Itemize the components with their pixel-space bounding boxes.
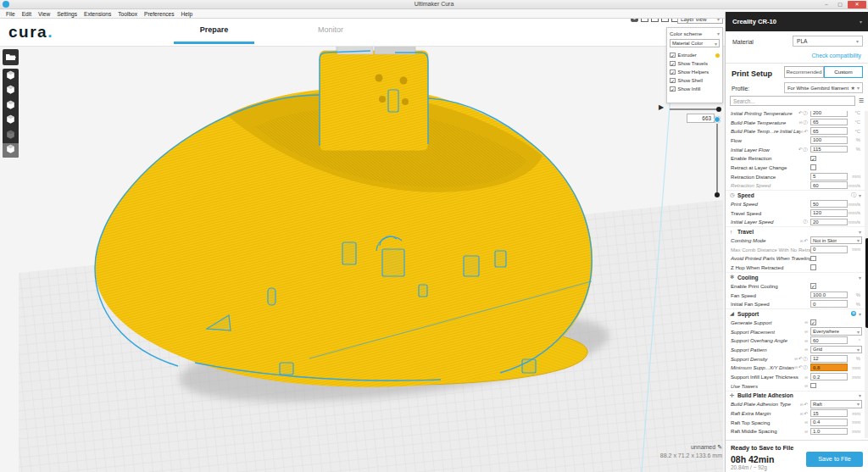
link-icon revert-icon[interactable]: ∞↶ <box>800 402 809 407</box>
menu-view[interactable]: View <box>35 11 53 17</box>
chevron-down-icon[interactable]: ▾ <box>859 275 861 280</box>
category-travel[interactable]: ↑Travel▾ <box>726 226 865 236</box>
value-input[interactable]: 50 <box>810 200 848 208</box>
link-icon revert-icon info-icon[interactable]: ∞↶ⓘ <box>794 364 809 370</box>
support-settings-gear-icon[interactable]: ⚙ <box>851 311 856 316</box>
viewport-3d[interactable] <box>0 0 725 472</box>
edit-pencil-icon[interactable]: ✎ <box>717 444 722 450</box>
value-input[interactable]: 65 <box>810 127 848 135</box>
setting-checkbox[interactable] <box>810 156 816 162</box>
value-input[interactable]: 12 <box>810 355 848 363</box>
layer-slider-bottom-handle[interactable] <box>715 192 720 197</box>
value-select[interactable]: Everywhere▾ <box>810 327 862 336</box>
layer-slider-handle[interactable] <box>714 116 721 123</box>
chevron-down-icon[interactable]: ▾ <box>859 192 861 198</box>
value-input[interactable]: 60 <box>810 181 848 189</box>
value-input[interactable]: 0 <box>810 246 848 253</box>
link-icon revert-icon[interactable]: ∞↶ <box>800 238 809 243</box>
close-button[interactable]: ✕ <box>848 1 866 8</box>
info-icon[interactable]: ⓘ <box>851 192 856 199</box>
link-icon[interactable]: ∞ <box>804 429 809 434</box>
value-input[interactable]: 60 <box>810 336 848 344</box>
link-icon revert-icon[interactable]: ∞↶ <box>800 129 809 134</box>
rotate-tool-button[interactable] <box>3 98 19 114</box>
checkbox[interactable] <box>670 78 676 84</box>
category-support[interactable]: ◢Support⚙▾ <box>726 308 865 318</box>
maximize-button[interactable]: ▢ <box>834 1 846 8</box>
link-icon revert-icon info-icon[interactable]: ∞↶ⓘ <box>794 356 809 362</box>
value-input[interactable]: 0.8 <box>810 364 848 371</box>
revert-icon info-icon[interactable]: ↶ⓘ <box>798 147 809 153</box>
link-icon info-icon[interactable]: ∞ⓘ <box>799 119 809 125</box>
mirror-tool-button[interactable] <box>3 114 19 129</box>
recommended-mode-button[interactable]: Recommended <box>784 66 824 78</box>
checkbox[interactable] <box>670 61 676 67</box>
value-input[interactable]: 15 <box>810 409 848 417</box>
value-input[interactable]: 65 <box>810 119 848 126</box>
value-input[interactable]: 120 <box>810 209 848 217</box>
chevron-down-icon[interactable]: ▾ <box>859 392 861 398</box>
search-input[interactable]: Search... <box>730 96 855 106</box>
setting-checkbox[interactable] <box>810 383 816 389</box>
check-compatibility-link[interactable]: Check compatibility <box>811 53 861 58</box>
link-icon revert-icon[interactable]: ∞↶ <box>800 411 809 416</box>
info-icon[interactable]: ⓘ <box>804 219 809 225</box>
setting-checkbox[interactable] <box>810 264 816 270</box>
printer-select-header[interactable]: Creality CR-10 ▾ <box>726 12 868 31</box>
setting-checkbox[interactable] <box>810 164 816 170</box>
value-input[interactable]: 100.0 <box>810 292 848 299</box>
value-input[interactable]: 115 <box>810 146 848 153</box>
value-input[interactable]: 200 <box>810 111 848 117</box>
setting-checkbox[interactable] <box>810 256 816 262</box>
menu-help[interactable]: Help <box>178 11 197 17</box>
setting-checkbox[interactable] <box>810 319 816 325</box>
value-select[interactable]: Not in Skin▾ <box>810 236 862 245</box>
link-icon[interactable]: ∞ <box>804 419 809 425</box>
link-icon[interactable]: ∞ <box>804 375 809 380</box>
value-select[interactable]: Grid▾ <box>810 346 862 354</box>
link-icon[interactable]: ∞ <box>804 347 809 352</box>
category-build-plate-adhesion[interactable]: ✛Build Plate Adhesion▾ <box>726 391 865 400</box>
menu-settings[interactable]: Settings <box>53 11 81 17</box>
checkbox[interactable] <box>670 69 676 75</box>
tab-prepare[interactable]: Prepare <box>174 25 254 34</box>
menu-extensions[interactable]: Extensions <box>81 11 114 17</box>
settings-scrollbar[interactable] <box>865 111 868 438</box>
layer-number-box[interactable]: 663 <box>687 114 715 123</box>
menu-toolbox[interactable]: Toolbox <box>114 11 141 17</box>
link-icon[interactable]: ∞ <box>804 338 809 343</box>
value-input[interactable]: 1.0 <box>810 428 848 436</box>
tab-monitor[interactable]: Monitor <box>301 25 360 34</box>
setting-checkbox[interactable] <box>810 283 816 289</box>
value-input[interactable]: 0 <box>810 300 848 308</box>
link-icon[interactable]: ∞ <box>804 329 809 334</box>
scrollbar-thumb[interactable] <box>865 238 868 328</box>
custom-mode-button[interactable]: Custom <box>824 66 863 78</box>
play-button[interactable]: ▶ <box>659 103 664 111</box>
value-select[interactable]: Raft▾ <box>810 400 862 408</box>
save-to-file-button[interactable]: Save to File <box>806 452 863 467</box>
simulation-slider-track[interactable] <box>670 108 718 110</box>
value-input[interactable]: 0.4 <box>810 419 848 426</box>
menu-preferences[interactable]: Preferences <box>141 11 178 17</box>
scale-tool-button[interactable] <box>3 84 19 99</box>
link-icon[interactable]: ∞ <box>804 383 809 388</box>
support-blocker-tool-button[interactable] <box>3 143 19 158</box>
value-input[interactable]: 20 <box>810 219 848 226</box>
value-input[interactable]: 0.2 <box>810 373 848 380</box>
menu-edit[interactable]: Edit <box>19 11 35 17</box>
filter-icon[interactable]: ☰ <box>859 97 864 104</box>
profile-select[interactable]: For White Gembird filament ★ ▾ <box>784 82 863 93</box>
value-input[interactable]: 100 <box>810 136 848 144</box>
chevron-down-icon[interactable]: ▾ <box>859 229 861 235</box>
menu-file[interactable]: File <box>3 11 19 17</box>
color-scheme-select[interactable]: Material Color ▾ <box>670 39 720 47</box>
chevron-down-icon[interactable]: ▾ <box>717 31 720 36</box>
checkbox[interactable] <box>670 86 676 92</box>
revert-icon info-icon[interactable]: ↶ⓘ <box>798 111 809 116</box>
checkbox[interactable] <box>670 53 676 58</box>
layer-slider-track[interactable] <box>716 124 718 193</box>
per-model-settings-tool-button[interactable] <box>3 128 19 143</box>
category-cooling[interactable]: ❄Cooling▾ <box>726 272 865 281</box>
open-file-button[interactable] <box>3 49 19 65</box>
